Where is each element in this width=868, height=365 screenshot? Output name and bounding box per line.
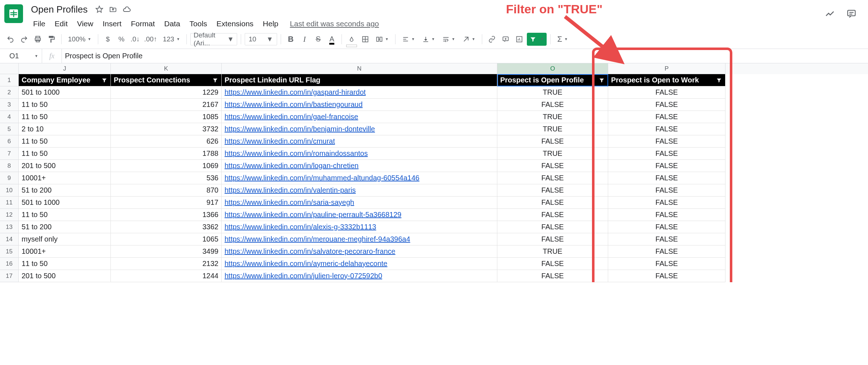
cell-connections[interactable]: 1065 <box>111 233 222 245</box>
filter-icon[interactable] <box>598 77 605 84</box>
cell-connections[interactable]: 1069 <box>111 160 222 172</box>
col-header-P[interactable]: P <box>608 63 725 74</box>
col-header-J[interactable]: J <box>19 63 111 74</box>
row-header[interactable]: 17 <box>0 270 19 282</box>
cell-linkedin-url[interactable]: https://www.linkedin.com/in/valentin-par… <box>222 184 497 197</box>
linkedin-link[interactable]: https://www.linkedin.com/in/merouane-meg… <box>225 235 410 243</box>
formula-input[interactable]: Prospect is Open Profile <box>62 49 868 63</box>
cell-company-employee[interactable]: 11 to 50 <box>19 148 111 160</box>
filter-button[interactable]: ▼ <box>527 33 547 46</box>
cell-linkedin-url[interactable]: https://www.linkedin.com/in/romaindossan… <box>222 148 497 160</box>
cell-linkedin-url[interactable]: https://www.linkedin.com/in/merouane-meg… <box>222 233 497 245</box>
menu-data[interactable]: Data <box>160 18 184 30</box>
linkedin-link[interactable]: https://www.linkedin.com/in/gael-francoi… <box>225 113 358 121</box>
cell-open-to-work[interactable]: FALSE <box>608 245 725 258</box>
menu-help[interactable]: Help <box>258 18 282 30</box>
cell-company-employee[interactable]: 501 to 1000 <box>19 197 111 209</box>
cell-open-to-work[interactable]: FALSE <box>608 184 725 197</box>
linkedin-link[interactable]: https://www.linkedin.com/in/logan-chreti… <box>225 162 358 170</box>
cell-linkedin-url[interactable]: https://www.linkedin.com/in/aymeric-dela… <box>222 258 497 270</box>
increase-decimal-button[interactable]: .00↑ <box>143 33 159 46</box>
cell-connections[interactable]: 626 <box>111 135 222 148</box>
cell-open-profile[interactable]: FALSE <box>497 233 608 245</box>
cell-company-employee[interactable]: 201 to 500 <box>19 160 111 172</box>
cell-linkedin-url[interactable]: https://www.linkedin.com/in/julien-leroy… <box>222 270 497 282</box>
cell-linkedin-url[interactable]: https://www.linkedin.com/in/logan-chreti… <box>222 160 497 172</box>
cloud-status-icon[interactable] <box>122 5 131 14</box>
linkedin-link[interactable]: https://www.linkedin.com/in/cmurat <box>225 137 335 145</box>
menu-format[interactable]: Format <box>127 18 159 30</box>
row-header[interactable]: 13 <box>0 221 19 233</box>
cell-linkedin-url[interactable]: https://www.linkedin.com/in/saria-sayegh <box>222 197 497 209</box>
row-header[interactable]: 9 <box>0 172 19 184</box>
filter-icon[interactable] <box>101 77 108 84</box>
header-cell-open-profile[interactable]: Prospect is Open Profile <box>497 74 608 86</box>
document-title[interactable]: Open Profiles <box>29 3 90 16</box>
cell-linkedin-url[interactable]: https://www.linkedin.com/in/alexis-g-333… <box>222 221 497 233</box>
cell-connections[interactable]: 3732 <box>111 123 222 135</box>
linkedin-link[interactable]: https://www.linkedin.com/in/julien-leroy… <box>225 272 382 280</box>
cell-connections[interactable]: 917 <box>111 197 222 209</box>
linkedin-link[interactable]: https://www.linkedin.com/in/aymeric-dela… <box>225 260 387 268</box>
cell-connections[interactable]: 3499 <box>111 245 222 258</box>
cell-open-to-work[interactable]: FALSE <box>608 209 725 221</box>
cell-open-to-work[interactable]: FALSE <box>608 99 725 111</box>
decrease-decimal-button[interactable]: .0↓ <box>129 33 141 46</box>
row-header[interactable]: 16 <box>0 258 19 270</box>
cell-open-to-work[interactable]: FALSE <box>608 233 725 245</box>
cell-connections[interactable]: 1229 <box>111 86 222 99</box>
bold-button[interactable]: B <box>285 33 297 46</box>
cell-company-employee[interactable]: 11 to 50 <box>19 99 111 111</box>
merge-button[interactable]: ▼ <box>373 33 392 46</box>
cell-connections[interactable]: 1085 <box>111 111 222 123</box>
strike-button[interactable]: S <box>312 33 324 46</box>
row-header[interactable]: 8 <box>0 160 19 172</box>
row-header[interactable]: 4 <box>0 111 19 123</box>
cell-open-profile[interactable]: FALSE <box>497 258 608 270</box>
cell-company-employee[interactable]: 51 to 200 <box>19 221 111 233</box>
cell-open-to-work[interactable]: FALSE <box>608 86 725 99</box>
row-header[interactable]: 7 <box>0 148 19 160</box>
cell-company-employee[interactable]: 10001+ <box>19 172 111 184</box>
header-cell-linkedin-url[interactable]: Prospect Linkedin URL Flag <box>222 74 497 86</box>
linkedin-link[interactable]: https://www.linkedin.com/in/benjamin-don… <box>225 125 375 133</box>
italic-button[interactable]: I <box>298 33 311 46</box>
cell-open-profile[interactable]: FALSE <box>497 209 608 221</box>
cell-open-profile[interactable]: FALSE <box>497 99 608 111</box>
cell-company-employee[interactable]: 11 to 50 <box>19 135 111 148</box>
linkedin-link[interactable]: https://www.linkedin.com/in/saria-sayegh <box>225 198 354 207</box>
cell-linkedin-url[interactable]: https://www.linkedin.com/in/pauline-perr… <box>222 209 497 221</box>
zoom-dropdown[interactable]: 100%▼ <box>65 33 94 46</box>
linkedin-link[interactable]: https://www.linkedin.com/in/bastiengoura… <box>225 100 363 109</box>
cell-open-profile[interactable]: TRUE <box>497 245 608 258</box>
row-header[interactable]: 2 <box>0 86 19 99</box>
name-box[interactable]: O1▼ <box>6 52 42 60</box>
cell-open-to-work[interactable]: FALSE <box>608 172 725 184</box>
linkedin-link[interactable]: https://www.linkedin.com/in/pauline-perr… <box>225 211 401 219</box>
menu-file[interactable]: File <box>29 18 50 30</box>
linkedin-link[interactable]: https://www.linkedin.com/in/alexis-g-333… <box>225 223 376 231</box>
select-all-corner[interactable] <box>0 63 19 74</box>
cell-open-to-work[interactable]: FALSE <box>608 148 725 160</box>
row-header[interactable]: 10 <box>0 184 19 197</box>
cell-open-profile[interactable]: TRUE <box>497 148 608 160</box>
cell-open-to-work[interactable]: FALSE <box>608 135 725 148</box>
star-icon[interactable] <box>95 5 104 14</box>
linkedin-link[interactable]: https://www.linkedin.com/in/romaindossan… <box>225 149 368 158</box>
header-cell-company-employee[interactable]: Company Employee <box>19 74 111 86</box>
halign-button[interactable]: ▼ <box>399 33 418 46</box>
cell-linkedin-url[interactable]: https://www.linkedin.com/in/salvatore-pe… <box>222 245 497 258</box>
cell-connections[interactable]: 536 <box>111 172 222 184</box>
font-size-dropdown[interactable]: 10▼ <box>245 33 277 45</box>
cell-company-employee[interactable]: 51 to 200 <box>19 184 111 197</box>
menu-edit[interactable]: Edit <box>50 18 72 30</box>
cell-connections[interactable]: 870 <box>111 184 222 197</box>
row-header[interactable]: 1 <box>0 74 19 86</box>
cell-connections[interactable]: 1366 <box>111 209 222 221</box>
cell-connections[interactable]: 3362 <box>111 221 222 233</box>
cell-connections[interactable]: 2132 <box>111 258 222 270</box>
filter-icon[interactable] <box>212 77 218 84</box>
font-dropdown[interactable]: Default (Ari...▼ <box>190 33 237 45</box>
print-button[interactable] <box>32 33 44 46</box>
redo-button[interactable] <box>18 33 30 46</box>
